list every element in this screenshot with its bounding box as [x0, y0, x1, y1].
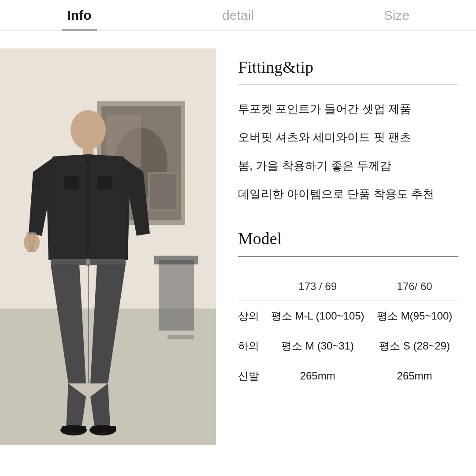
table-row: 신발 265mm 265mm [238, 361, 458, 391]
fitting-tip-2: 오버핏 셔츠와 세미와이드 핏 팬츠 [238, 129, 458, 145]
svg-rect-26 [167, 335, 194, 339]
tab-navigation: Info detail Size [0, 0, 476, 31]
tab-detail[interactable]: detail [159, 0, 317, 30]
svg-rect-15 [97, 176, 112, 190]
row-shoe-val-1: 265mm [264, 361, 371, 391]
fitting-tip-1: 투포켓 포인트가 들어간 셋업 제품 [238, 101, 458, 117]
fitting-divider [238, 85, 458, 85]
table-row: 하의 평소 M (30~31) 평소 S (28~29) [238, 331, 458, 361]
svg-rect-13 [87, 165, 89, 253]
main-content: Fitting&tip 투포켓 포인트가 들어간 셋업 제품 오버핏 셔츠와 세… [0, 31, 476, 476]
fitting-tips-list: 투포켓 포인트가 들어간 셋업 제품 오버핏 셔츠와 세미와이드 핏 팬츠 봄,… [238, 101, 458, 202]
model-divider [238, 256, 458, 257]
model-col-1: 173 / 69 [264, 272, 371, 301]
model-table: 173 / 69 176/ 60 상의 평소 M-L (100~105) 평소 … [238, 272, 458, 391]
product-image [0, 48, 216, 445]
fitting-tip-4: 데일리한 아이템으로 단품 착용도 추천 [238, 186, 458, 202]
row-bottom-val-1: 평소 M (30~31) [264, 331, 371, 361]
model-title: Model [238, 229, 458, 248]
model-col-label [238, 272, 264, 301]
row-label-bottom: 하의 [238, 331, 264, 361]
model-header-row: 173 / 69 176/ 60 [238, 272, 458, 301]
row-label-top: 상의 [238, 301, 264, 331]
svg-rect-14 [64, 176, 79, 190]
svg-rect-10 [154, 256, 198, 264]
table-row: 상의 평소 M-L (100~105) 평소 M(95~100) [238, 301, 458, 331]
fitting-tip-3: 봄, 가을 착용하기 좋은 두께감 [238, 158, 458, 174]
row-top-val-1: 평소 M-L (100~105) [264, 301, 371, 331]
row-shoe-val-2: 265mm [371, 361, 458, 391]
svg-point-17 [26, 232, 37, 235]
svg-rect-24 [62, 426, 86, 432]
model-col-2: 176/ 60 [371, 272, 458, 301]
svg-point-11 [71, 110, 106, 150]
tab-size[interactable]: Size [317, 0, 476, 30]
model-section: Model 173 / 69 176/ 60 상의 평소 M-L (100~10… [238, 229, 458, 391]
svg-rect-8 [150, 174, 176, 209]
row-bottom-val-2: 평소 S (28~29) [371, 331, 458, 361]
info-section: Fitting&tip 투포켓 포인트가 들어간 셋업 제품 오버핏 셔츠와 세… [216, 48, 476, 476]
fitting-title: Fitting&tip [238, 57, 458, 77]
tab-info[interactable]: Info [0, 0, 159, 30]
row-top-val-2: 평소 M(95~100) [371, 301, 458, 331]
row-label-shoe: 신발 [238, 361, 264, 391]
fitting-section: Fitting&tip 투포켓 포인트가 들어간 셋업 제품 오버핏 셔츠와 세… [238, 57, 458, 202]
svg-rect-9 [159, 260, 194, 331]
svg-rect-25 [92, 426, 116, 432]
